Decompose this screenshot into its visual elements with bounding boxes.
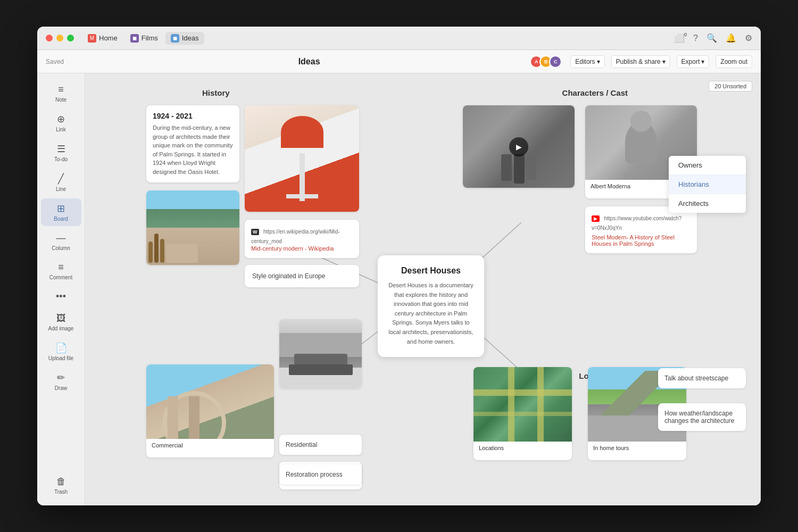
restoration-card: Restoration process	[279, 464, 362, 485]
yt-logo-row: ▶ https://www.youtube.com/watch?v=0NxJ0q…	[592, 213, 691, 232]
wiki-logo-icon: W	[251, 229, 259, 235]
close-button[interactable]	[46, 35, 53, 41]
ideas-tab-label: Ideas	[182, 34, 199, 42]
video-people	[501, 154, 536, 184]
search-icon[interactable]: 🔍	[706, 33, 717, 43]
unsorted-label: Unsorted	[722, 83, 746, 89]
board-label: Board	[54, 216, 68, 222]
dropdown-item-historians[interactable]: Historians	[669, 175, 746, 194]
wikipedia-card[interactable]: W https://en.wikipedia.org/wiki/Mid-cent…	[245, 220, 359, 258]
chair-visual	[281, 116, 323, 201]
sidebar: ≡ Note ⊕ Link ☰ To-do ╱ Line ⊞ Board — C…	[37, 73, 85, 505]
films-tab-icon: ◼	[130, 34, 139, 43]
canvas[interactable]: 20 Unsorted History	[85, 73, 761, 505]
history-section-label: History	[202, 88, 230, 97]
export-button[interactable]: Export ▾	[677, 55, 710, 68]
maximize-button[interactable]	[67, 35, 74, 41]
building-image-card	[146, 190, 239, 265]
link-icon: ⊕	[57, 113, 65, 125]
youtube-icon: ▶	[592, 215, 600, 222]
sidebar-item-trash[interactable]: 🗑 Trash	[41, 472, 81, 499]
sidebar-item-link[interactable]: ⊕ Link	[41, 109, 81, 137]
yt-domain: https://www.youtube.com/watch?v=0NxJ0qYn	[592, 215, 681, 231]
titlebar: M Home ◼ Films ◼ Ideas ⬜ 0 ? 🔍 🔔 ⚙	[37, 27, 761, 50]
bell-icon[interactable]: 🔔	[726, 33, 736, 43]
device-badge: 0	[684, 32, 687, 37]
sidebar-item-line[interactable]: ╱ Line	[41, 169, 81, 196]
car-visual	[279, 319, 362, 388]
streetscape-text: Talk about streetscape	[664, 375, 739, 382]
map-roads-visual	[473, 367, 572, 442]
todo-label: To-do	[54, 156, 68, 162]
upload-file-label: Upload file	[48, 355, 73, 361]
play-button-icon[interactable]: ▶	[509, 137, 528, 156]
sidebar-item-comment[interactable]: ≡ Comment	[41, 257, 81, 285]
youtube-card[interactable]: ▶ https://www.youtube.com/watch?v=0NxJ0q…	[585, 206, 697, 253]
sidebar-item-note[interactable]: ≡ Note	[41, 80, 81, 107]
settings-icon[interactable]: ⚙	[745, 33, 752, 43]
nav-tabs: M Home ◼ Films ◼ Ideas	[82, 32, 674, 45]
residential-card: Residential	[279, 435, 362, 455]
dropdown-item-architects[interactable]: Architects	[669, 194, 746, 213]
tab-films[interactable]: ◼ Films	[125, 32, 163, 45]
residential-text: Residential	[286, 441, 355, 448]
export-label: Export	[681, 58, 700, 65]
weather-card: How weather/landscape changes the archit…	[658, 403, 746, 431]
building-image	[146, 190, 239, 265]
aerial-map-image	[473, 367, 572, 442]
sidebar-item-draw[interactable]: ✏ Draw	[41, 368, 81, 395]
video-thumbnail: ▶	[463, 105, 575, 188]
line-icon: ╱	[58, 173, 64, 185]
dropdown-item-owners[interactable]: Owners	[669, 156, 746, 175]
home-tab-label: Home	[99, 34, 118, 42]
minimize-button[interactable]	[56, 35, 63, 41]
sidebar-item-column[interactable]: — Column	[41, 228, 81, 255]
editors-chevron: ▾	[597, 58, 600, 65]
unsorted-count: 20	[714, 83, 721, 89]
circular-building-visual	[146, 364, 274, 439]
editors-button[interactable]: Editors ▾	[570, 55, 604, 68]
todo-icon: ☰	[57, 143, 65, 155]
export-chevron: ▾	[701, 58, 704, 65]
main-area: ≡ Note ⊕ Link ☰ To-do ╱ Line ⊞ Board — C…	[37, 73, 761, 505]
help-icon[interactable]: ?	[693, 34, 698, 43]
vintage-car-card	[279, 319, 362, 388]
link-label: Link	[56, 127, 65, 132]
yt-link[interactable]: Steel Modern- A History of Steel Houses …	[592, 234, 691, 247]
publish-chevron: ▾	[662, 58, 666, 65]
chair-image-card	[245, 105, 359, 212]
weather-text: How weather/landscape changes the archit…	[664, 410, 739, 425]
toolbar-right: A B C Editors ▾ Publish & share ▾ Export…	[530, 55, 752, 68]
add-image-icon: 🖼	[56, 313, 66, 324]
circular-building-card: Commercial	[146, 364, 274, 458]
column-label: Column	[52, 245, 70, 251]
trash-icon: 🗑	[56, 476, 66, 487]
history-date-card: 1924 - 2021 During the mid-century, a ne…	[146, 105, 239, 182]
toolbar: Saved Ideas A B C Editors ▾ Publish & sh…	[37, 50, 761, 73]
center-card-body: Desert Houses is a documentary that expl…	[388, 281, 473, 346]
history-date-body: During the mid-century, a new group of a…	[153, 123, 233, 176]
sidebar-item-upload-file[interactable]: 📄 Upload file	[41, 338, 81, 365]
wiki-link[interactable]: Mid-century modern - Wikipedia	[251, 245, 353, 252]
sidebar-item-more[interactable]: •••	[41, 287, 81, 306]
traffic-lights	[46, 35, 74, 41]
avatar-3: C	[549, 55, 562, 68]
zoom-out-label: Zoom out	[720, 58, 747, 65]
unsorted-badge: 20 Unsorted	[709, 81, 752, 92]
sidebar-item-board[interactable]: ⊞ Board	[41, 198, 81, 226]
sidebar-item-add-image[interactable]: 🖼 Add image	[41, 309, 81, 336]
sidebar-item-todo[interactable]: ☰ To-do	[41, 139, 81, 167]
publish-share-button[interactable]: Publish & share ▾	[611, 55, 670, 68]
commercial-label: Commercial	[146, 439, 274, 452]
publish-share-label: Publish & share	[616, 58, 661, 65]
aerial-map-card: Locations	[473, 367, 572, 460]
device-icon[interactable]: ⬜ 0	[674, 33, 685, 43]
wiki-domain: https://en.wikipedia.org/wiki/Mid-centur…	[251, 229, 340, 244]
tab-home[interactable]: M Home	[82, 32, 123, 45]
video-card[interactable]: ▶	[463, 105, 575, 188]
upload-file-icon: 📄	[55, 342, 67, 354]
zoom-out-button[interactable]: Zoom out	[716, 55, 752, 68]
tab-ideas[interactable]: ◼ Ideas	[165, 32, 204, 45]
style-note-text: Style originated in Europe	[252, 272, 352, 280]
style-note-card: Style originated in Europe	[245, 265, 359, 287]
